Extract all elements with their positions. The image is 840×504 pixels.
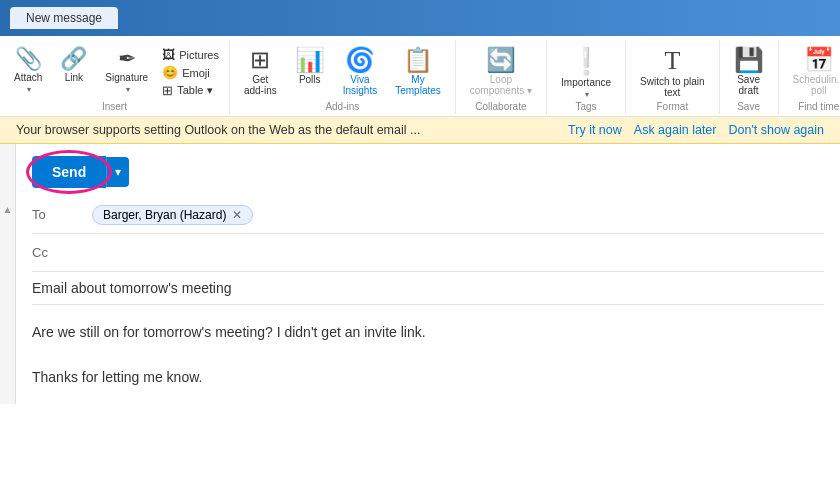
importance-label: Importance▾ xyxy=(561,77,611,99)
scroll-up-icon: ▲ xyxy=(3,204,13,215)
save-draft-button[interactable]: 💾 Savedraft xyxy=(726,44,772,98)
viva-insights-icon: 🌀 xyxy=(345,46,375,74)
recipient-tag[interactable]: Barger, Bryan (Hazard) ✕ xyxy=(92,205,253,225)
add-ins-group-label: Add-ins xyxy=(325,101,359,114)
loop-button[interactable]: 🔄 Loopcomponents ▾ xyxy=(462,44,540,98)
insert-sub-items: 🖼 Pictures 😊 Emoji ⊞ Table ▾ xyxy=(158,44,223,99)
my-templates-label: MyTemplates xyxy=(395,74,441,96)
body-line-2 xyxy=(32,343,824,365)
scroll-indicator: ▲ xyxy=(0,144,16,404)
attach-label: Attach▾ xyxy=(14,72,42,94)
scheduling-poll-icon: 📅 xyxy=(804,46,834,74)
compose-inner: ▲ Send ▾ To Barger, Bryan (Hazard) ✕ xyxy=(0,144,840,404)
ribbon: 📎 Attach▾ 🔗 Link ✒ Signature▾ 🖼 Pictures xyxy=(0,36,840,117)
scheduling-poll-label: Schedulin...poll xyxy=(793,74,840,96)
add-ins-items: ⊞ Getadd-ins 📊 Polls 🌀 VivaInsights 📋 My… xyxy=(236,40,449,101)
send-area: Send ▾ xyxy=(32,144,824,196)
to-label: To xyxy=(32,207,92,222)
emoji-button[interactable]: 😊 Emoji xyxy=(158,64,223,81)
tags-group-label: Tags xyxy=(576,101,597,114)
compose-container: ▲ Send ▾ To Barger, Bryan (Hazard) ✕ xyxy=(0,144,840,404)
my-templates-icon: 📋 xyxy=(403,46,433,74)
my-templates-button[interactable]: 📋 MyTemplates xyxy=(387,44,449,98)
attach-button[interactable]: 📎 Attach▾ xyxy=(6,44,50,96)
top-bar: New message xyxy=(0,0,840,36)
pictures-label: Pictures xyxy=(179,49,219,61)
ribbon-group-add-ins: ⊞ Getadd-ins 📊 Polls 🌀 VivaInsights 📋 My… xyxy=(230,40,456,114)
body-line-3: Thanks for letting me know. xyxy=(32,366,824,388)
cc-label: Cc xyxy=(32,245,92,260)
collaborate-items: 🔄 Loopcomponents ▾ xyxy=(462,40,540,101)
notification-text: Your browser supports setting Outlook on… xyxy=(16,123,562,137)
format-items: T Switch to plaintext xyxy=(632,40,712,101)
pictures-button[interactable]: 🖼 Pictures xyxy=(158,46,223,63)
compose-tab-label: New message xyxy=(26,11,102,25)
save-items: 💾 Savedraft xyxy=(726,40,772,101)
loop-label: Loopcomponents ▾ xyxy=(470,74,532,96)
switch-plain-label: Switch to plaintext xyxy=(640,76,704,98)
collaborate-group-label: Collaborate xyxy=(475,101,526,114)
switch-plain-button[interactable]: T Switch to plaintext xyxy=(632,44,712,100)
notification-bar: Your browser supports setting Outlook on… xyxy=(0,117,840,144)
to-field-content: Barger, Bryan (Hazard) ✕ xyxy=(92,205,824,225)
importance-button[interactable]: ❕ Importance▾ xyxy=(553,44,619,101)
get-add-ins-label: Getadd-ins xyxy=(244,74,277,96)
compose-tab[interactable]: New message xyxy=(10,7,118,29)
recipient-name: Barger, Bryan (Hazard) xyxy=(103,208,226,222)
ribbon-group-find-time: 📅 Schedulin...poll Find time xyxy=(779,40,840,114)
link-label: Link xyxy=(65,72,83,83)
send-dropdown-button[interactable]: ▾ xyxy=(106,157,129,187)
get-add-ins-icon: ⊞ xyxy=(250,46,270,74)
importance-icon: ❕ xyxy=(570,46,602,77)
save-draft-label: Savedraft xyxy=(737,74,760,96)
polls-icon: 📊 xyxy=(295,46,325,74)
ask-again-later-link[interactable]: Ask again later xyxy=(634,123,717,137)
find-time-group-label: Find time xyxy=(798,101,839,114)
ribbon-group-format: T Switch to plaintext Format xyxy=(626,40,719,114)
viva-insights-label: VivaInsights xyxy=(343,74,377,96)
viva-insights-button[interactable]: 🌀 VivaInsights xyxy=(335,44,385,98)
save-draft-icon: 💾 xyxy=(734,46,764,74)
table-label: Table ▾ xyxy=(177,84,212,97)
ribbon-group-save: 💾 Savedraft Save xyxy=(720,40,779,114)
link-icon: 🔗 xyxy=(60,46,87,72)
ribbon-group-tags: ❕ Importance▾ Tags xyxy=(547,40,626,114)
ribbon-group-insert: 📎 Attach▾ 🔗 Link ✒ Signature▾ 🖼 Pictures xyxy=(0,40,230,114)
signature-button[interactable]: ✒ Signature▾ xyxy=(97,44,156,96)
pictures-icon: 🖼 xyxy=(162,47,175,62)
cc-row: Cc xyxy=(32,234,824,272)
attach-icon: 📎 xyxy=(15,46,42,72)
find-time-items: 📅 Schedulin...poll xyxy=(785,40,840,101)
switch-plain-icon: T xyxy=(664,46,680,76)
polls-label: Polls xyxy=(299,74,321,85)
subject-row xyxy=(32,272,824,305)
ribbon-group-collaborate: 🔄 Loopcomponents ▾ Collaborate xyxy=(456,40,547,114)
signature-icon: ✒ xyxy=(118,46,136,72)
insert-items: 📎 Attach▾ 🔗 Link ✒ Signature▾ 🖼 Pictures xyxy=(6,40,223,101)
subject-input[interactable] xyxy=(32,280,824,296)
recipient-remove-icon[interactable]: ✕ xyxy=(232,208,242,222)
table-button[interactable]: ⊞ Table ▾ xyxy=(158,82,223,99)
format-group-label: Format xyxy=(656,101,688,114)
save-group-label: Save xyxy=(737,101,760,114)
try-it-now-link[interactable]: Try it now xyxy=(568,123,622,137)
to-row: To Barger, Bryan (Hazard) ✕ xyxy=(32,196,824,234)
signature-label: Signature▾ xyxy=(105,72,148,94)
tags-items: ❕ Importance▾ xyxy=(553,40,619,101)
compose-body: Send ▾ To Barger, Bryan (Hazard) ✕ Cc xyxy=(16,144,840,404)
email-body[interactable]: Are we still on for tomorrow's meeting? … xyxy=(32,305,824,404)
emoji-icon: 😊 xyxy=(162,65,178,80)
scheduling-poll-button[interactable]: 📅 Schedulin...poll xyxy=(785,44,840,98)
table-icon: ⊞ xyxy=(162,83,173,98)
polls-button[interactable]: 📊 Polls xyxy=(287,44,333,87)
loop-icon: 🔄 xyxy=(486,46,516,74)
body-line-1: Are we still on for tomorrow's meeting? … xyxy=(32,321,824,343)
emoji-label: Emoji xyxy=(182,67,210,79)
insert-group-label: Insert xyxy=(102,101,127,114)
link-button[interactable]: 🔗 Link xyxy=(52,44,95,85)
get-add-ins-button[interactable]: ⊞ Getadd-ins xyxy=(236,44,285,98)
dont-show-again-link[interactable]: Don't show again xyxy=(728,123,824,137)
send-button[interactable]: Send xyxy=(32,156,106,188)
